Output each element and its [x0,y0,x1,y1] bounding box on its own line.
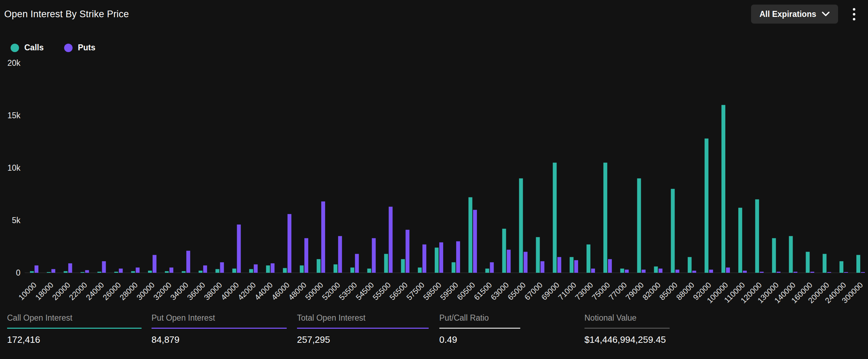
x-axis-tick: 50000 [304,281,325,302]
call-bar [536,237,540,273]
put-bar [119,269,123,273]
stat-label: Total Open Interest [297,313,439,323]
call-bar [603,163,607,273]
call-bar [435,247,439,273]
kebab-dot [853,18,855,20]
call-bar [570,257,574,273]
stat-underline [439,328,520,329]
put-bar [861,272,865,273]
x-axis-tick: 54500 [354,281,376,302]
open-interest-bar-chart: 20k15k10k5k01000018000200002200024000260… [0,46,868,313]
x-axis-tick: 60500 [455,281,477,302]
panel-header: Open Interest By Strike Price All Expira… [0,0,868,28]
call-bar [47,272,51,273]
put-bar [743,271,747,273]
call-bar [64,271,68,273]
put-bar [254,264,258,273]
call-bar [469,197,472,273]
call-bar [334,264,337,273]
stat-total-open-interest: Total Open Interest 257,295 [297,313,439,345]
x-axis-tick: 34000 [168,281,190,302]
call-bar [30,271,34,273]
call-bar [823,254,826,273]
x-axis-tick: 57500 [405,281,426,302]
x-axis-tick: 61500 [472,281,494,302]
call-bar [485,269,489,273]
x-axis-tick: 71000 [557,281,578,302]
put-bar [271,263,274,273]
put-bar [85,270,89,273]
put-bar [793,272,797,273]
x-axis-tick: 75000 [590,281,612,302]
call-bar [502,229,506,273]
put-bar [827,272,831,273]
x-axis-tick: 63000 [489,281,510,302]
put-bar [68,263,72,273]
expirations-dropdown-label: All Expirations [760,10,816,19]
x-axis-tick: 32000 [152,281,173,302]
put-bar [557,257,561,273]
put-bar [422,245,426,273]
call-bar [401,259,405,273]
x-axis-tick: 48000 [287,281,308,302]
stat-put-call-ratio: Put/Call Ratio 0.49 [439,313,584,345]
x-axis-tick: 36000 [185,281,207,302]
x-axis-tick: 65000 [506,281,527,302]
put-bar [456,241,460,273]
call-bar [620,269,624,273]
stat-underline [297,328,429,329]
put-bar [203,265,207,273]
put-bar [591,269,595,273]
x-axis-tick: 52000 [320,281,342,302]
call-bar [300,265,304,273]
put-bar [760,272,764,273]
x-axis-tick: 24000 [84,281,106,302]
y-axis-tick: 0 [16,268,20,277]
put-bar [523,252,527,273]
put-bar [810,272,814,273]
call-bar [789,236,793,273]
call-bar [587,245,590,273]
put-bar [220,262,224,273]
call-bar [182,271,186,273]
call-bar [317,259,321,273]
call-bar [384,254,388,273]
call-bar [351,267,354,273]
x-axis-tick: 46000 [270,281,291,302]
kebab-dot [853,13,855,15]
expirations-dropdown[interactable]: All Expirations [751,5,838,24]
call-bar [654,266,658,273]
x-axis-tick: 77000 [607,281,628,302]
kebab-menu-icon[interactable] [849,5,859,24]
open-interest-panel: Open Interest By Strike Price All Expira… [0,0,868,359]
put-bar [726,267,730,273]
stat-underline [584,328,670,329]
stat-value: 257,295 [297,334,439,345]
x-axis-tick: 88000 [675,281,696,302]
call-bar [839,261,843,273]
put-bar [844,272,848,273]
stats-bar: Call Open Interest 172,416 Put Open Inte… [0,313,868,345]
put-bar [405,230,409,273]
y-axis-tick: 20k [7,58,21,68]
x-axis-tick: 42000 [236,281,258,302]
stat-value: 172,416 [7,334,151,345]
call-bar [772,238,776,273]
put-bar [389,207,392,273]
put-bar [153,255,156,273]
x-axis-tick: 59500 [439,281,460,302]
put-bar [709,270,713,273]
x-axis-tick: 10000 [17,281,38,302]
stat-label: Notional Value [584,313,868,323]
x-axis-tick: 56500 [388,281,409,302]
put-bar [692,271,696,273]
x-axis-tick: 69000 [540,281,561,302]
x-axis-tick: 67000 [523,281,544,302]
put-bar [304,238,308,273]
call-bar [553,163,557,273]
put-bar [372,238,376,273]
x-axis-tick: 53500 [337,281,359,302]
x-axis-tick: 28000 [118,281,140,302]
call-bar [199,271,203,273]
x-axis-tick: 55500 [371,281,392,302]
